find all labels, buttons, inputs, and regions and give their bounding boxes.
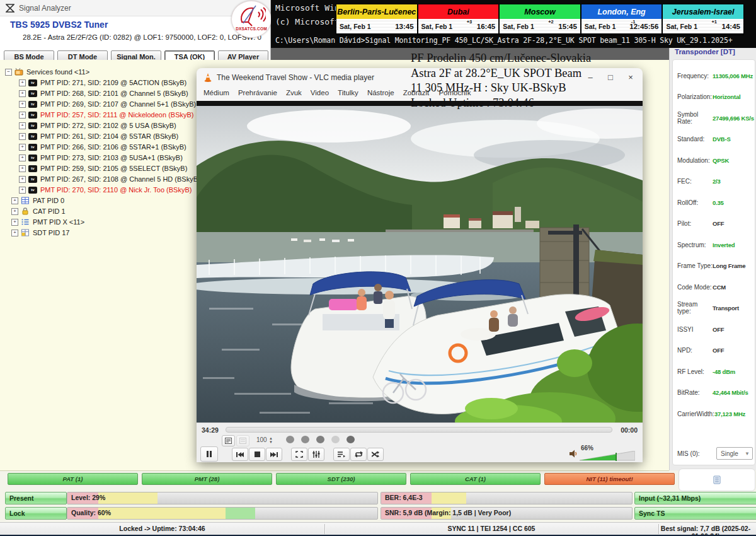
tree-row-sdt[interactable]: +SDT PID 17 <box>11 228 70 238</box>
tree-row-cat[interactable]: +CAT PID 1 <box>11 206 66 216</box>
overlay-line2: Astra 2F at 28.2°E_UK SPOT Beam <box>411 66 591 81</box>
tree-row-pat[interactable]: +PAT PID 0 <box>11 195 64 206</box>
speaker-icon[interactable] <box>570 450 578 458</box>
tuner-title: TBS 5925 DVBS2 Tuner <box>10 20 108 30</box>
ts-tool-button[interactable] <box>679 469 755 491</box>
tree-row-service[interactable]: +tvPMT PID: 268, SID: 2101 @ Channel 5 (… <box>19 88 188 98</box>
menu-video[interactable]: Video <box>306 87 333 101</box>
overlay-line3: 11 305 MHz-H : Sky UK-BSkyB <box>411 81 591 96</box>
expand-icon[interactable]: + <box>19 101 26 108</box>
tp-row: RF Level:-48 dBm <box>677 367 753 376</box>
clock-london: London, Eng Sat, Feb 1-112:45:56 <box>581 4 663 35</box>
transponder-title: Transponder [DT] <box>675 48 735 55</box>
tp-row: Pilot:OFF <box>677 219 753 228</box>
tree-row-service[interactable]: +tvPMT PID: 261, SID: 2104 @ 5STAR (BSky… <box>19 131 178 141</box>
fullscreen-button[interactable] <box>291 448 307 461</box>
tree-row-service[interactable]: +tvPMT PID: 266, SID: 2106 @ 5STAR+1 (BS… <box>19 142 186 152</box>
teletext-button[interactable] <box>222 435 235 446</box>
tree-row-service[interactable]: +tvPMT PID: 271, SID: 2109 @ 5ACTION (BS… <box>19 78 186 88</box>
tv-icon: tv <box>28 176 37 183</box>
expand-icon[interactable]: + <box>19 144 26 151</box>
mis-label: MIS (0): <box>677 450 713 457</box>
random-button[interactable] <box>367 448 384 461</box>
cat-table-bar: CAT (1) <box>410 473 541 485</box>
seek-bar[interactable] <box>226 427 612 433</box>
menu-nastroje[interactable]: Nástroje <box>363 87 399 101</box>
time-elapsed: 34:29 <box>202 426 219 434</box>
console-line2: (c) Microsoft <box>275 17 340 26</box>
tree-row-service[interactable]: +tvPMT PID: 269, SID: 2107 @ Channel 5+1… <box>19 99 196 109</box>
tree-row-pmt-x[interactable]: +PMT PID X <11> <box>11 217 84 227</box>
loop-button[interactable] <box>350 448 367 461</box>
table-icon <box>21 197 30 204</box>
expand-icon[interactable]: + <box>11 219 18 226</box>
ber-bar: BER: 6,4E-3 <box>381 492 633 504</box>
signal-analyzer-window: Signal Analyzer TBS 5925 DVBS2 Tuner 28.… <box>0 0 271 64</box>
tuner-subtitle: 28.2E - Astra 2E/2F/2G (ID: 0282) @ LOF1… <box>23 33 261 41</box>
stop-button[interactable] <box>249 448 265 461</box>
tp-row: Standard:DVB-S <box>677 134 753 143</box>
expand-icon[interactable]: + <box>19 176 26 183</box>
record-dot-4[interactable] <box>331 436 340 443</box>
chevron-down-icon: ▼ <box>745 451 750 457</box>
tv-icon: tv <box>28 122 37 129</box>
expand-icon[interactable]: + <box>19 133 26 140</box>
logo-text: DXSATCS.COM <box>232 26 271 31</box>
speed-spinner[interactable]: ▲▼ <box>269 436 273 444</box>
menu-titulky[interactable]: Titulky <box>333 87 363 101</box>
expand-icon[interactable]: + <box>11 197 18 204</box>
tv-icon: tv <box>28 165 37 172</box>
close-button[interactable]: × <box>624 72 638 83</box>
dxsatcs-logo: DXSATCS.COM <box>231 1 272 38</box>
next-button[interactable] <box>266 448 282 461</box>
pat-table-bar: PAT (1) <box>8 473 138 485</box>
expand-icon[interactable]: + <box>19 187 26 194</box>
tree-row-service[interactable]: +tvPMT PID: 267, SID: 2108 @ Channel 5 H… <box>19 174 200 184</box>
video-frame[interactable] <box>197 106 643 422</box>
tree-root-services[interactable]: − Services found <11> <box>5 67 89 77</box>
expand-icon[interactable]: + <box>19 79 26 86</box>
previous-button[interactable] <box>232 448 248 461</box>
tree-row-service[interactable]: +tvPMT PID: 272, SID: 2102 @ 5 USA (BSky… <box>19 120 176 131</box>
tree-row-service[interactable]: +tvPMT PID: 259, SID: 2105 @ 5SELECT (BS… <box>19 163 187 173</box>
tp-row: FEC:2/3 <box>677 177 753 185</box>
lock-indicator: Lock <box>5 507 67 520</box>
pause-button[interactable] <box>200 446 218 462</box>
expand-icon[interactable]: + <box>19 112 26 119</box>
expand-icon[interactable]: + <box>11 230 18 236</box>
volume-slider[interactable] <box>580 451 635 461</box>
expand-icon[interactable]: + <box>19 122 26 129</box>
pmt-table-bar: PMT (28) <box>142 473 272 485</box>
menu-zvuk[interactable]: Zvuk <box>282 87 306 101</box>
tree-row-service[interactable]: +tvPMT PID: 273, SID: 2103 @ 5USA+1 (BSk… <box>19 153 183 163</box>
status-sync: SYNC 11 | TEI 1254 | CC 605 <box>324 525 658 532</box>
maximize-button[interactable]: □ <box>604 72 617 83</box>
clock-moscow: Moscow Sat, Feb 1+215:45 <box>500 4 581 35</box>
record-dot-5[interactable] <box>346 436 355 443</box>
record-dot-3[interactable] <box>316 436 324 443</box>
record-dot-1[interactable] <box>286 436 294 443</box>
tp-row: Frame Type:Long Frame <box>677 261 753 270</box>
signal-analyzer-icon <box>6 4 14 13</box>
speed-value[interactable]: 100 <box>256 436 267 443</box>
expand-icon[interactable]: + <box>11 208 18 215</box>
playlist-button[interactable] <box>333 448 350 461</box>
signal-analyzer-titlebar[interactable]: Signal Analyzer <box>0 0 270 16</box>
ts-list-icon <box>713 475 721 484</box>
tv-icon: tv <box>28 133 37 140</box>
extended-settings-button[interactable] <box>308 448 324 461</box>
vlc-title: The Weekend Travel Show - VLC media play… <box>217 73 374 82</box>
expand-icon[interactable]: + <box>19 165 26 172</box>
tree-row-service[interactable]: +tvPMT PID: 257, SID: 2111 @ Nickelodeon… <box>19 110 194 120</box>
menu-prehravanie[interactable]: Prehrávanie <box>234 87 282 101</box>
record-dot-2[interactable] <box>301 436 309 443</box>
menu-medium[interactable]: Médium <box>199 87 234 101</box>
tree-row-service[interactable]: +tvPMT PID: 270, SID: 2110 @ Nick Jr. To… <box>19 185 192 195</box>
mis-select[interactable]: Single▼ <box>716 447 753 460</box>
sdt-table-bar: SDT (230) <box>276 473 406 485</box>
time-total: 00:00 <box>621 426 638 434</box>
expand-icon[interactable]: + <box>19 154 26 161</box>
expand-icon[interactable]: + <box>19 90 26 97</box>
collapse-icon[interactable]: − <box>5 69 12 76</box>
status-bar: Locked -> Uptime: 73:04:46 SYNC 11 | TEI… <box>0 522 756 535</box>
